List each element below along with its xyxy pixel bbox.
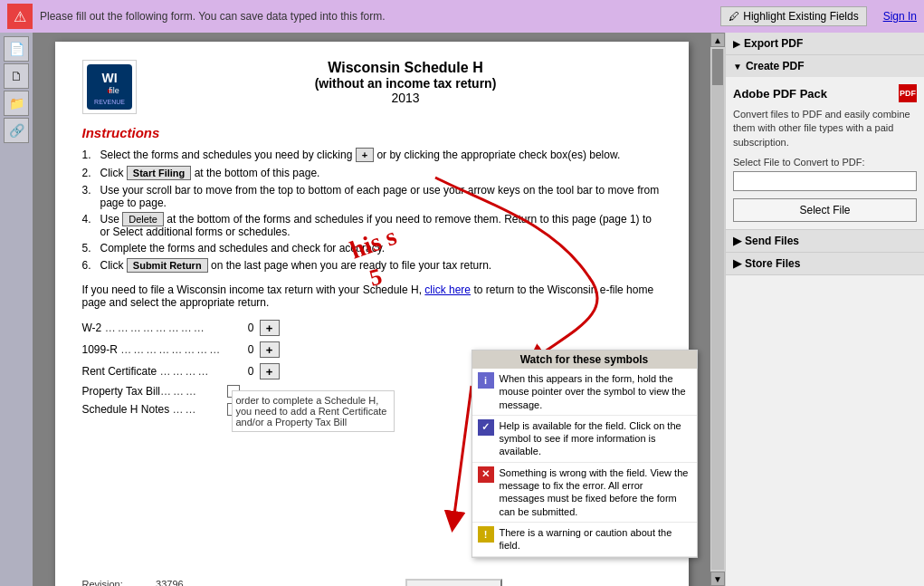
doc-title-line2: (without an income tax return) [150, 76, 662, 91]
export-pdf-label: Export PDF [744, 37, 803, 50]
instruction-1: 1. Select the forms and schedules you ne… [82, 148, 662, 162]
wi-efile-logo: WI e file REVENUE [82, 60, 137, 114]
schedule-h-note: If you need to file a Wisconsin income t… [82, 283, 662, 309]
highlight-fields-button[interactable]: 🖊 Highlight Existing Fields [720, 6, 866, 26]
symbol-row-help: ✓ Help is available for the field. Click… [472, 416, 697, 463]
warning-icon: ⚠ [7, 4, 33, 29]
sidebar-icon-page[interactable]: 🗋 [4, 63, 29, 89]
store-files-label: Store Files [745, 257, 800, 270]
symbol-warning-text: There is a warning or caution about the … [500, 526, 691, 552]
send-files-arrow: ▶ [733, 235, 741, 247]
toolbar-left: ⚠ Please fill out the following form. Yo… [7, 4, 386, 29]
send-files-header[interactable]: ▶ Send Files [726, 230, 924, 252]
annotation-note-box: order to complete a Schedule H, you need… [232, 390, 395, 432]
symbol-row-info: i When this appears in the form, hold th… [472, 369, 697, 416]
store-files-header[interactable]: ▶ Store Files [726, 253, 924, 274]
instruction-6: 6. Click Submit Return on the last page … [82, 258, 662, 273]
doc-title-line1: Wisconsin Schedule H [150, 60, 662, 76]
click-text: Click [100, 167, 124, 179]
symbol-row-error: ✕ Something is wrong with the field. Vie… [472, 463, 697, 523]
export-pdf-header[interactable]: ▶ Export PDF [726, 33, 924, 54]
send-files-label: Send Files [745, 235, 799, 247]
adobe-pdf-title: Adobe PDF Pack [733, 87, 827, 101]
revision-value: 33796 [156, 579, 246, 586]
create-pdf-section: ▼ Create PDF Adobe PDF Pack PDF Convert … [726, 55, 924, 230]
doc-header: WI e file REVENUE Wisconsin Schedule H (… [82, 60, 662, 114]
create-pdf-body: Adobe PDF Pack PDF Convert files to PDF … [726, 77, 924, 229]
adobe-pdf-description: Convert files to PDF and easily combine … [733, 108, 917, 149]
select-file-button[interactable]: Select File [733, 198, 917, 222]
document-area: WI e file REVENUE Wisconsin Schedule H (… [33, 33, 710, 586]
doc-title-year: 2013 [150, 91, 662, 105]
instructions-heading: Instructions [82, 125, 662, 140]
highlight-icon: 🖊 [729, 10, 739, 23]
info-symbol-icon: i [478, 372, 494, 389]
w2-plus-button[interactable]: + [260, 320, 280, 336]
instructions-list: 1. Select the forms and schedules you ne… [82, 148, 662, 273]
doc-title: Wisconsin Schedule H (without an income … [150, 60, 662, 105]
1099r-plus-button[interactable]: + [260, 341, 280, 358]
right-panel: ▶ Export PDF ▼ Create PDF Adobe PDF Pack… [725, 33, 924, 586]
rent-cert-plus-button[interactable]: + [260, 363, 280, 379]
instruction-3: 3. Use your scroll bar to move from the … [82, 184, 662, 209]
start-filing-button[interactable]: Start Filing [405, 579, 501, 587]
export-pdf-section: ▶ Export PDF [726, 33, 924, 55]
toolbar-message: Please fill out the following form. You … [40, 10, 386, 23]
doc-footer-area: Revision: 33796 Revision Date: 2014-02-2… [82, 561, 662, 586]
scroll-track[interactable] [711, 49, 724, 570]
document-page: WI e file REVENUE Wisconsin Schedule H (… [55, 42, 689, 586]
sidebar-icon-folder[interactable]: 📁 [4, 91, 29, 116]
top-toolbar: ⚠ Please fill out the following form. Yo… [0, 0, 924, 33]
scrollbar: ▲ ▼ [710, 33, 725, 586]
instruction-5: 5. Complete the forms and schedules and … [82, 242, 662, 255]
revision-label: Revision: [82, 579, 148, 586]
select-file-label: Select File to Convert to PDF: [733, 157, 917, 168]
scroll-thumb[interactable] [712, 49, 723, 85]
scroll-up-arrow[interactable]: ▲ [710, 33, 725, 47]
svg-text:WI: WI [101, 71, 117, 85]
left-sidebar: 📄 🗋 📁 🔗 [0, 33, 33, 586]
adobe-pdf-header: Adobe PDF Pack PDF [733, 84, 917, 102]
doc-footer: Revision: 33796 Revision Date: 2014-02-2… [82, 579, 247, 586]
sidebar-icon-link[interactable]: 🔗 [4, 118, 29, 143]
svg-text:file: file [109, 86, 119, 95]
instruction-2: 2. Click Start Filing at the bottom of t… [82, 166, 662, 180]
store-files-arrow: ▶ [733, 257, 741, 270]
error-symbol-icon: ✕ [478, 466, 494, 483]
select-file-input[interactable] [733, 171, 917, 191]
sign-in-link[interactable]: Sign In [883, 10, 917, 23]
toolbar-right: 🖊 Highlight Existing Fields Sign In [720, 6, 917, 26]
send-files-section: ▶ Send Files [726, 230, 924, 253]
symbol-row-warning: ! There is a warning or caution about th… [472, 523, 697, 557]
create-pdf-label: Create PDF [746, 60, 805, 72]
watch-symbols-title: Watch for these symbols [472, 351, 697, 369]
symbol-info-text: When this appears in the form, hold the … [500, 372, 691, 411]
warning-symbol-icon: ! [478, 526, 494, 543]
svg-text:REVENUE: REVENUE [94, 99, 125, 105]
store-files-section: ▶ Store Files [726, 253, 924, 275]
symbol-help-text: Help is available for the field. Click o… [500, 419, 691, 458]
create-pdf-header[interactable]: ▼ Create PDF [726, 55, 924, 77]
symbol-error-text: Something is wrong with the field. View … [500, 466, 691, 518]
instruction-4: 4. Use Delete at the bottom of the forms… [82, 213, 662, 238]
scroll-down-arrow[interactable]: ▼ [710, 572, 725, 586]
create-pdf-arrow: ▼ [733, 62, 742, 72]
help-symbol-icon: ✓ [478, 419, 494, 436]
pdf-icon: PDF [899, 84, 917, 102]
sidebar-icon-file[interactable]: 📄 [4, 36, 29, 62]
watch-symbols-box: Watch for these symbols i When this appe… [472, 350, 698, 558]
main-layout: 📄 🗋 📁 🔗 WI e file REVENUE [0, 33, 924, 586]
export-pdf-arrow: ▶ [733, 39, 740, 49]
field-row-w2: W-2 …………………… 0 + [82, 320, 662, 336]
